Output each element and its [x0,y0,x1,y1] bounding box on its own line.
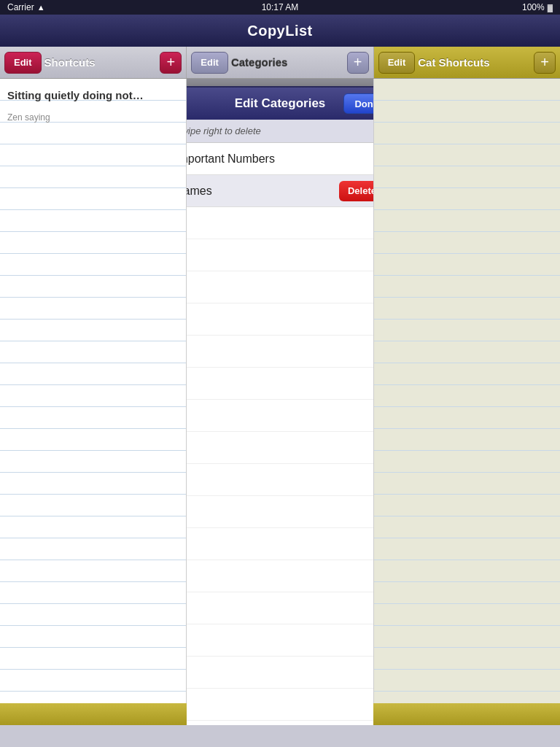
status-bar-right: 100% ▓ [522,2,553,12]
battery-label: 100% [522,2,545,12]
wifi-icon: ▲ [37,3,45,12]
categories-label: Categories [231,56,288,69]
modal-item-label: Names [187,185,339,198]
delete-button[interactable]: Delete [339,181,374,201]
status-bar: Carrier ▲ 10:17 AM 100% ▓ [0,0,560,15]
categories-edit-button[interactable]: Edit [191,52,228,74]
modal-list-item[interactable]: Names Delete [187,175,373,207]
edit-categories-modal: Edit Categories Done Swipe right to dele… [187,86,373,725]
app-title: CopyList [247,23,313,39]
empty-row [187,657,373,689]
shortcuts-edit-button[interactable]: Edit [4,52,42,74]
toolbar: Edit Shortcuts + Edit Categories + Edit … [0,47,560,79]
cat-shortcuts-list [374,79,560,725]
empty-row [187,239,373,271]
carrier-label: Carrier [7,2,34,12]
empty-row [187,207,373,239]
modal-done-button[interactable]: Done [343,93,373,114]
empty-row [187,560,373,592]
empty-row [187,496,373,528]
status-bar-time: 10:17 AM [262,2,299,12]
shortcuts-first-item[interactable]: Sitting quietly doing not… Zen saying [7,85,179,128]
modal-swipe-hint: Swipe right to delete [187,120,373,143]
shortcuts-first-item-title: Sitting quietly doing not… [7,85,179,107]
shortcuts-label: Shortcuts [44,56,96,69]
title-bar: CopyList [0,15,560,47]
cat-shortcuts-label: Cat Shortcuts [418,56,489,69]
cat-shortcuts-edit-button[interactable]: Edit [378,52,416,74]
empty-row [187,721,373,725]
shortcuts-add-button[interactable]: + [160,52,182,74]
shortcuts-list: Sitting quietly doing not… Zen saying [0,79,186,725]
empty-row [187,592,373,624]
empty-row [187,368,373,400]
empty-row [187,624,373,657]
empty-row [187,400,373,432]
modal-list: Important Numbers › Names Delete [187,143,373,725]
shortcuts-section: Edit Shortcuts + [0,47,186,78]
cat-shortcuts-section: Edit Cat Shortcuts + [374,47,560,78]
empty-row [187,336,373,368]
modal-item-label: Important Numbers [187,152,373,166]
main-content: Sitting quietly doing not… Zen saying Ed… [0,79,560,725]
battery-icon: ▓ [548,4,553,12]
modal-title: Edit Categories [235,96,326,111]
empty-row [187,528,373,560]
modal-list-item[interactable]: Important Numbers › [187,143,373,175]
empty-row [187,303,373,336]
empty-row [187,271,373,303]
panel-categories: Edit Categories Done Swipe right to dele… [187,79,373,725]
panel-shortcuts: Sitting quietly doing not… Zen saying [0,79,187,725]
cat-shortcuts-add-button[interactable]: + [534,52,556,74]
panel-cat-shortcuts [374,79,560,725]
modal-header: Edit Categories Done [187,88,373,120]
shortcuts-first-item-sub: Zen saying [7,107,179,128]
empty-row [187,689,373,721]
empty-row [187,432,373,464]
modal-empty-rows [187,207,373,725]
categories-add-button[interactable]: + [347,52,369,74]
status-bar-left: Carrier ▲ [7,2,45,12]
categories-section: Edit Categories + [186,47,373,78]
empty-row [187,464,373,496]
